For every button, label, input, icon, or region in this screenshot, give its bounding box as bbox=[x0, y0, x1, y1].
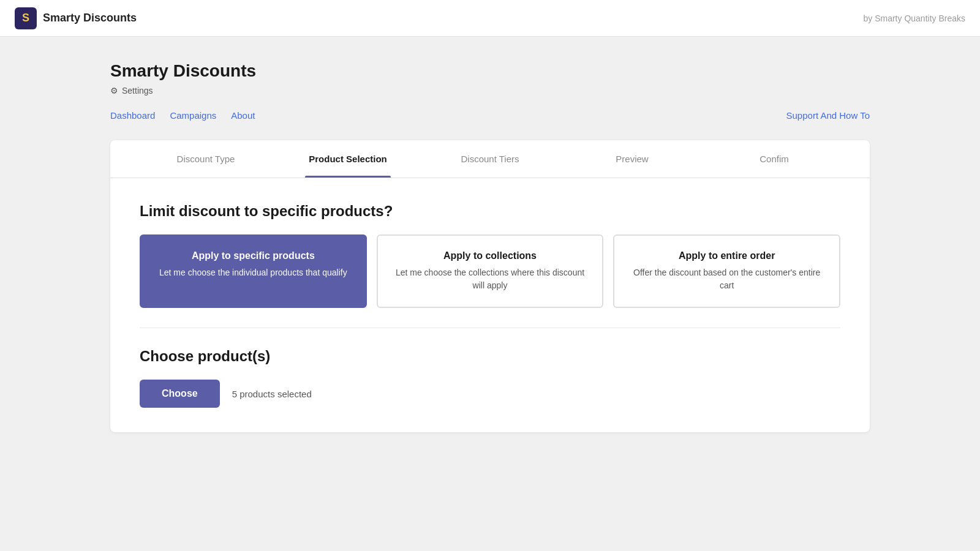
tab-product-selection[interactable]: Product Selection bbox=[277, 140, 419, 178]
option-specific-products-title: Apply to specific products bbox=[153, 250, 353, 261]
gear-icon: ⚙ bbox=[110, 86, 118, 96]
option-entire-order-desc: Offer the discount based on the customer… bbox=[627, 266, 827, 292]
option-collections[interactable]: Apply to collections Let me choose the c… bbox=[377, 234, 604, 308]
products-selected-text: 5 products selected bbox=[232, 389, 312, 399]
option-specific-products-desc: Let me choose the individual products th… bbox=[153, 266, 353, 279]
tab-preview[interactable]: Preview bbox=[561, 140, 703, 178]
app-subtitle: by Smarty Quantity Breaks bbox=[863, 13, 965, 23]
nav-link-about[interactable]: About bbox=[231, 110, 255, 121]
option-collections-desc: Let me choose the collections where this… bbox=[390, 266, 590, 292]
nav-link-dashboard[interactable]: Dashboard bbox=[110, 110, 155, 121]
wizard-tabs: Discount Type Product Selection Discount… bbox=[110, 140, 870, 178]
option-specific-products[interactable]: Apply to specific products Let me choose… bbox=[140, 234, 367, 308]
tab-discount-tiers[interactable]: Discount Tiers bbox=[419, 140, 561, 178]
settings-label: Settings bbox=[122, 86, 153, 96]
option-entire-order[interactable]: Apply to entire order Offer the discount… bbox=[613, 234, 840, 308]
choose-button[interactable]: Choose bbox=[140, 380, 220, 408]
nav-link-campaigns[interactable]: Campaigns bbox=[170, 110, 216, 121]
main-content: Smarty Discounts ⚙ Settings Dashboard Ca… bbox=[61, 37, 919, 457]
page-title: Smarty Discounts bbox=[110, 61, 870, 81]
section-divider bbox=[140, 328, 840, 328]
app-name: Smarty Discounts bbox=[43, 12, 137, 24]
logo-char: S bbox=[22, 12, 29, 24]
choose-products-heading: Choose product(s) bbox=[140, 348, 840, 365]
option-collections-title: Apply to collections bbox=[390, 250, 590, 261]
main-card: Discount Type Product Selection Discount… bbox=[110, 140, 870, 432]
tab-discount-type[interactable]: Discount Type bbox=[135, 140, 277, 178]
nav-left: S Smarty Discounts bbox=[15, 7, 137, 29]
option-cards: Apply to specific products Let me choose… bbox=[140, 234, 840, 308]
card-body: Limit discount to specific products? App… bbox=[110, 178, 870, 432]
section-heading: Limit discount to specific products? bbox=[140, 203, 840, 220]
option-entire-order-title: Apply to entire order bbox=[627, 250, 827, 261]
page-header: Smarty Discounts ⚙ Settings bbox=[110, 61, 870, 96]
top-navigation: S Smarty Discounts by Smarty Quantity Br… bbox=[0, 0, 980, 37]
settings-link[interactable]: ⚙ Settings bbox=[110, 86, 870, 96]
app-logo: S bbox=[15, 7, 37, 29]
choose-row: Choose 5 products selected bbox=[140, 380, 840, 408]
nav-links-left: Dashboard Campaigns About bbox=[110, 110, 255, 121]
tab-confirm[interactable]: Confim bbox=[703, 140, 845, 178]
nav-links: Dashboard Campaigns About Support And Ho… bbox=[110, 105, 870, 126]
support-link[interactable]: Support And How To bbox=[786, 110, 870, 121]
